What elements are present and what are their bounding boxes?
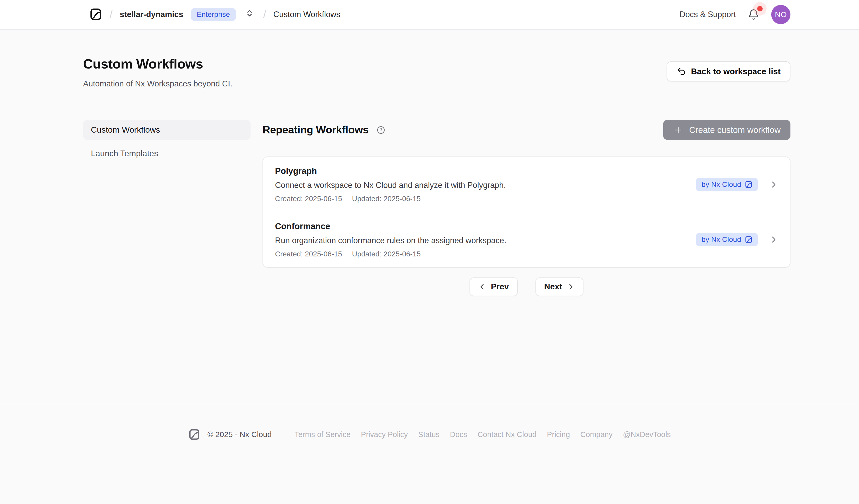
topbar-actions: Docs & Support NO — [680, 5, 790, 24]
help-circle-icon[interactable] — [377, 126, 385, 135]
footer-copyright: © 2025 - Nx Cloud — [208, 430, 272, 439]
notification-dot — [757, 6, 763, 12]
footer-link-company[interactable]: Company — [581, 430, 613, 439]
workflow-updated: Updated: 2025-06-15 — [352, 195, 421, 203]
nx-logo-mini-icon — [745, 236, 753, 244]
workflow-updated: Updated: 2025-06-15 — [352, 250, 421, 258]
breadcrumb-current-page: Custom Workflows — [273, 10, 341, 19]
chevron-right-icon — [567, 283, 575, 291]
workflow-name: Conformance — [275, 221, 506, 231]
undo-arrow-icon — [676, 66, 686, 76]
page-title: Custom Workflows — [83, 57, 232, 71]
sidebar-item-label: Custom Workflows — [91, 125, 160, 135]
workflow-row-conformance[interactable]: Conformance Run organization conformance… — [263, 212, 790, 267]
footer-link-terms[interactable]: Terms of Service — [295, 430, 350, 439]
footer-link-nxdevtools[interactable]: @NxDevTools — [623, 430, 671, 439]
footer-links: Terms of Service Privacy Policy Status D… — [295, 430, 671, 439]
back-to-workspace-list-button[interactable]: Back to workspace list — [667, 61, 790, 81]
back-button-label: Back to workspace list — [691, 67, 781, 76]
sidebar-item-label: Launch Templates — [91, 149, 158, 158]
footer-link-contact[interactable]: Contact Nx Cloud — [478, 430, 537, 439]
sidebar-item-custom-workflows[interactable]: Custom Workflows — [83, 120, 251, 140]
workflow-description: Connect a workspace to Nx Cloud and anal… — [275, 180, 506, 190]
workflow-created: Created: 2025-06-15 — [275, 250, 342, 258]
footer-link-privacy[interactable]: Privacy Policy — [361, 430, 408, 439]
footer-link-docs[interactable]: Docs — [450, 430, 467, 439]
workspace-switcher-icon[interactable] — [245, 9, 254, 20]
workflow-list: Polygraph Connect a workspace to Nx Clou… — [262, 156, 790, 268]
footer-link-pricing[interactable]: Pricing — [547, 430, 570, 439]
page-footer: © 2025 - Nx Cloud Terms of Service Priva… — [0, 404, 859, 441]
next-label: Next — [544, 282, 562, 291]
pagination: Prev Next — [262, 277, 790, 296]
prev-label: Prev — [491, 282, 509, 291]
breadcrumb-separator: / — [263, 9, 266, 20]
top-navigation-bar: / stellar-dynamics Enterprise / Custom W… — [0, 0, 859, 30]
workflow-created: Created: 2025-06-15 — [275, 195, 342, 203]
workflow-row-actions: by Nx Cloud — [696, 233, 778, 246]
user-avatar[interactable]: NO — [771, 5, 790, 24]
footer-brand: © 2025 - Nx Cloud — [188, 428, 272, 441]
workflow-row-polygraph[interactable]: Polygraph Connect a workspace to Nx Clou… — [263, 157, 790, 212]
main-content: Custom Workflows Automation of Nx Worksp… — [0, 57, 859, 404]
nx-cloud-logo-icon[interactable] — [89, 8, 102, 21]
breadcrumb-workspace-name[interactable]: stellar-dynamics — [120, 10, 183, 19]
workflow-info: Conformance Run organization conformance… — [275, 221, 506, 258]
settings-sidebar: Custom Workflows Launch Templates — [83, 120, 251, 164]
docs-support-link[interactable]: Docs & Support — [680, 10, 736, 19]
badge-label: by Nx Cloud — [702, 235, 741, 244]
prev-page-button[interactable]: Prev — [469, 277, 517, 296]
nx-logo-mini-icon — [745, 180, 753, 188]
repeating-workflows-section: Repeating Workflows Create custom workfl… — [262, 120, 790, 296]
next-page-button[interactable]: Next — [536, 277, 584, 296]
plus-icon — [673, 125, 683, 135]
footer-link-status[interactable]: Status — [418, 430, 440, 439]
workflow-meta: Created: 2025-06-15 Updated: 2025-06-15 — [275, 195, 506, 203]
plan-badge: Enterprise — [191, 8, 236, 21]
page-subtitle: Automation of Nx Workspaces beyond CI. — [83, 79, 232, 89]
chevron-left-icon — [478, 283, 486, 291]
workflow-row-actions: by Nx Cloud — [696, 178, 778, 191]
notifications-button[interactable] — [748, 8, 759, 21]
workflow-info: Polygraph Connect a workspace to Nx Clou… — [275, 166, 506, 203]
create-custom-workflow-button[interactable]: Create custom workflow — [663, 120, 790, 140]
workflow-description: Run organization conformance rules on th… — [275, 236, 506, 245]
page-header: Custom Workflows Automation of Nx Worksp… — [83, 57, 790, 89]
by-nx-cloud-badge[interactable]: by Nx Cloud — [696, 178, 758, 191]
badge-label: by Nx Cloud — [702, 180, 741, 189]
chevron-right-icon[interactable] — [769, 235, 778, 244]
section-title: Repeating Workflows — [262, 124, 369, 136]
workflow-meta: Created: 2025-06-15 Updated: 2025-06-15 — [275, 250, 506, 258]
by-nx-cloud-badge[interactable]: by Nx Cloud — [696, 233, 758, 246]
breadcrumb: / stellar-dynamics Enterprise / Custom W… — [89, 8, 680, 21]
nx-cloud-footer-logo-icon — [188, 428, 200, 441]
create-button-label: Create custom workflow — [689, 125, 781, 135]
sidebar-item-launch-templates[interactable]: Launch Templates — [83, 143, 251, 164]
workflow-name: Polygraph — [275, 166, 506, 176]
breadcrumb-separator: / — [109, 9, 112, 20]
chevron-right-icon[interactable] — [769, 180, 778, 189]
